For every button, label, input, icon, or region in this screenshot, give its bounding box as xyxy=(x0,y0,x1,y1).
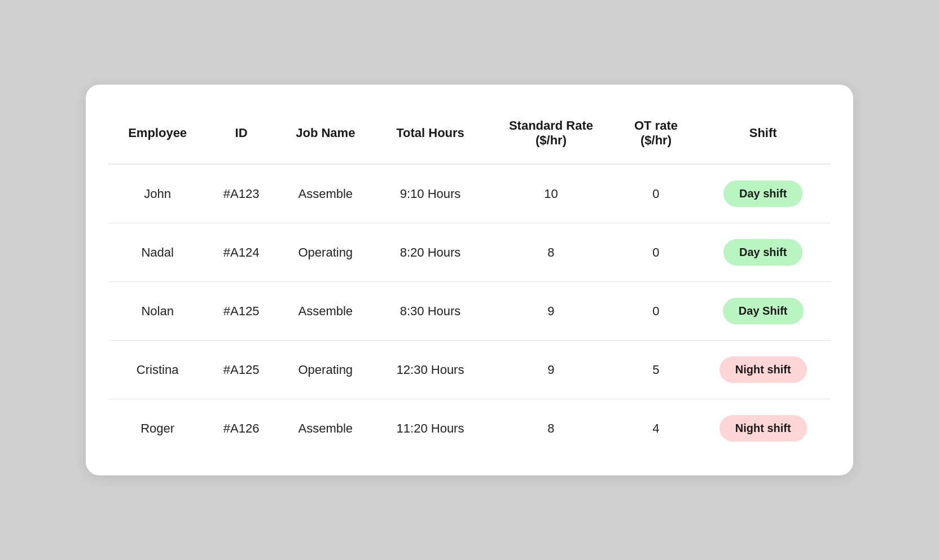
header-shift: Shift xyxy=(695,103,831,164)
cell-shift: Day Shift xyxy=(695,282,831,341)
table-row: Nadal #A124 Operating 8:20 Hours 8 0 Day… xyxy=(108,223,831,282)
shift-badge: Night shift xyxy=(719,356,807,383)
cell-shift: Day shift xyxy=(695,164,831,223)
cell-job-name: Operating xyxy=(276,223,375,282)
employee-table: Employee ID Job Name Total Hours Standar… xyxy=(108,103,831,457)
shift-badge: Day Shift xyxy=(723,298,804,324)
cell-employee: John xyxy=(108,164,207,223)
cell-id: #A125 xyxy=(207,341,276,399)
cell-job-name: Assemble xyxy=(276,399,375,458)
cell-employee: Roger xyxy=(108,399,207,458)
cell-ot-rate: 0 xyxy=(617,223,696,282)
header-standard-rate: Standard Rate($/hr) xyxy=(485,103,616,164)
table-row: Cristina #A125 Operating 12:30 Hours 9 5… xyxy=(108,341,831,399)
cell-shift: Night shift xyxy=(695,399,831,458)
header-ot-rate: OT rate($/hr) xyxy=(617,103,696,164)
table-row: Nolan #A125 Assemble 8:30 Hours 9 0 Day … xyxy=(108,282,831,341)
header-id: ID xyxy=(207,103,276,164)
cell-id: #A123 xyxy=(207,164,276,223)
header-employee: Employee xyxy=(108,103,207,164)
cell-total-hours: 9:10 Hours xyxy=(375,164,486,223)
cell-ot-rate: 0 xyxy=(617,164,696,223)
cell-standard-rate: 9 xyxy=(485,341,616,399)
header-total-hours: Total Hours xyxy=(375,103,486,164)
table-header-row: Employee ID Job Name Total Hours Standar… xyxy=(108,103,831,164)
cell-standard-rate: 10 xyxy=(485,164,616,223)
header-job-name: Job Name xyxy=(276,103,375,164)
shift-badge: Day shift xyxy=(723,239,802,266)
cell-total-hours: 12:30 Hours xyxy=(375,341,486,399)
main-card: Employee ID Job Name Total Hours Standar… xyxy=(86,85,853,475)
cell-standard-rate: 9 xyxy=(485,282,616,341)
cell-job-name: Assemble xyxy=(276,164,375,223)
cell-shift: Day shift xyxy=(695,223,831,282)
cell-ot-rate: 0 xyxy=(617,282,696,341)
cell-employee: Cristina xyxy=(108,341,207,399)
cell-job-name: Operating xyxy=(276,341,375,399)
table-row: John #A123 Assemble 9:10 Hours 10 0 Day … xyxy=(108,164,831,223)
cell-id: #A125 xyxy=(207,282,276,341)
cell-standard-rate: 8 xyxy=(485,223,616,282)
cell-employee: Nolan xyxy=(108,282,207,341)
cell-job-name: Assemble xyxy=(276,282,375,341)
cell-id: #A126 xyxy=(207,399,276,458)
cell-ot-rate: 4 xyxy=(617,399,696,458)
cell-employee: Nadal xyxy=(108,223,207,282)
table-row: Roger #A126 Assemble 11:20 Hours 8 4 Nig… xyxy=(108,399,831,458)
cell-ot-rate: 5 xyxy=(617,341,696,399)
cell-total-hours: 11:20 Hours xyxy=(375,399,486,458)
cell-standard-rate: 8 xyxy=(485,399,616,458)
shift-badge: Day shift xyxy=(723,180,802,207)
cell-total-hours: 8:30 Hours xyxy=(375,282,486,341)
cell-shift: Night shift xyxy=(695,341,831,399)
shift-badge: Night shift xyxy=(719,415,807,442)
cell-id: #A124 xyxy=(207,223,276,282)
cell-total-hours: 8:20 Hours xyxy=(375,223,486,282)
